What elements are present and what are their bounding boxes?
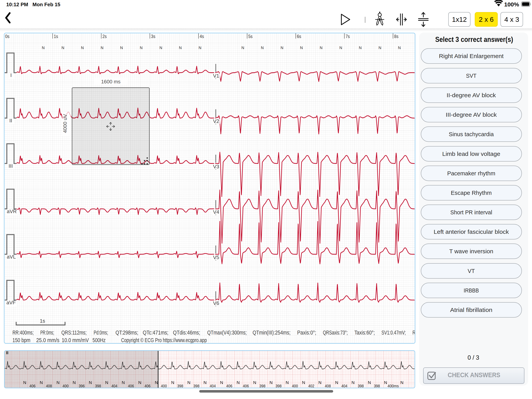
svg-text:Short PR interval: Short PR interval: [450, 209, 492, 215]
svg-text:406: 406: [226, 384, 232, 388]
svg-text:N: N: [379, 45, 381, 50]
svg-text:N: N: [81, 45, 84, 50]
svg-text:Select 3 correct answer(s): Select 3 correct answer(s): [435, 35, 513, 44]
svg-text:3s: 3s: [151, 34, 155, 39]
svg-text:Paxis:0°;: Paxis:0°;: [297, 329, 316, 336]
svg-text:0s: 0s: [5, 34, 10, 39]
svg-text:406: 406: [243, 384, 249, 388]
svg-text:2s: 2s: [102, 34, 107, 39]
svg-text:VT: VT: [468, 268, 475, 274]
svg-text:N: N: [318, 380, 322, 385]
svg-text:N: N: [179, 45, 182, 50]
svg-text:Taxis:60°;: Taxis:60°;: [355, 329, 375, 336]
svg-text:398: 398: [358, 384, 364, 388]
svg-text:N: N: [40, 380, 43, 385]
svg-text:QRSaxis:73°;: QRSaxis:73°;: [323, 329, 348, 336]
svg-text:N: N: [270, 380, 273, 385]
svg-text:QTdis:46ms;: QTdis:46ms;: [173, 329, 200, 336]
svg-text:N: N: [400, 380, 404, 385]
svg-text:I: I: [10, 72, 12, 78]
svg-text:N: N: [281, 45, 283, 50]
svg-text:V2: V2: [213, 118, 219, 124]
svg-text:V4: V4: [213, 209, 219, 215]
svg-text:5s: 5s: [248, 34, 253, 39]
svg-text:N: N: [159, 45, 162, 50]
svg-text:Left anterior fascicular block: Left anterior fascicular block: [434, 229, 509, 235]
svg-text:400: 400: [63, 384, 69, 388]
svg-text:4000 uV: 4000 uV: [62, 114, 68, 133]
svg-text:QTc:471ms;: QTc:471ms;: [143, 329, 168, 336]
svg-text:4s: 4s: [200, 34, 204, 39]
svg-text:398: 398: [95, 384, 101, 388]
svg-text:N: N: [203, 380, 207, 385]
svg-text:aVL: aVL: [7, 254, 16, 260]
svg-text:398: 398: [259, 384, 266, 388]
svg-text:Copyright © ECG Pro https://ww: Copyright © ECG Pro https://www.ecgpro.a…: [121, 337, 207, 343]
svg-text:N: N: [300, 45, 303, 50]
svg-text:N: N: [241, 45, 244, 50]
svg-text:II: II: [6, 350, 8, 355]
svg-text:N: N: [187, 380, 190, 385]
svg-text:SVT: SVT: [466, 73, 476, 79]
svg-text:400: 400: [292, 384, 298, 388]
svg-text:CHECK ANSWERS: CHECK ANSWERS: [448, 371, 500, 379]
svg-text:Right Atrial Enlargement: Right Atrial Enlargement: [439, 53, 504, 59]
svg-text:RR:400ms;: RR:400ms;: [13, 329, 34, 336]
svg-text:N: N: [120, 45, 123, 50]
svg-text:Limb lead low voltage: Limb lead low voltage: [442, 151, 500, 157]
svg-text:N: N: [220, 380, 223, 385]
svg-text:V6: V6: [213, 300, 219, 306]
svg-text:N: N: [320, 45, 323, 50]
svg-text:N: N: [384, 380, 387, 385]
svg-text:N: N: [73, 380, 76, 385]
svg-text:QT:298ms;: QT:298ms;: [115, 329, 138, 336]
svg-text:500Hz: 500Hz: [93, 337, 106, 343]
svg-text:N: N: [261, 45, 264, 50]
svg-text:398: 398: [177, 384, 183, 388]
svg-text:N: N: [351, 380, 355, 385]
svg-text:T wave inversion: T wave inversion: [449, 248, 493, 254]
svg-text:404: 404: [210, 384, 216, 388]
svg-text:406: 406: [128, 384, 134, 388]
svg-text:Pacemaker rhythm: Pacemaker rhythm: [447, 170, 495, 176]
svg-text:406: 406: [145, 384, 151, 388]
svg-text:II: II: [9, 118, 12, 123]
svg-text:398: 398: [374, 384, 380, 388]
svg-text:N: N: [171, 380, 174, 385]
svg-text:1600 ms: 1600 ms: [101, 79, 120, 84]
svg-text:N: N: [138, 380, 141, 385]
svg-text:N: N: [335, 380, 338, 385]
svg-text:408: 408: [325, 384, 331, 388]
svg-text:406: 406: [29, 384, 35, 388]
svg-text:1s: 1s: [54, 34, 58, 39]
svg-text:Sinus tachycardia: Sinus tachycardia: [449, 131, 494, 137]
svg-text:aVF: aVF: [6, 300, 16, 305]
svg-text:III-degree AV block: III-degree AV block: [446, 112, 497, 118]
svg-text:N: N: [140, 45, 143, 50]
svg-text:PR:0ms;: PR:0ms;: [40, 329, 54, 336]
svg-text:N: N: [57, 380, 60, 385]
svg-text:V3: V3: [213, 164, 219, 169]
svg-text:400ms: 400ms: [387, 384, 399, 388]
svg-text:SV1:0.47mV;: SV1:0.47mV;: [381, 329, 406, 336]
svg-text:V1: V1: [213, 73, 219, 79]
svg-text:398: 398: [276, 384, 282, 388]
svg-text:QRS:112ms;: QRS:112ms;: [61, 329, 87, 336]
svg-text:6s: 6s: [297, 34, 301, 39]
svg-text:396: 396: [79, 384, 85, 388]
svg-text:10.0 mm/mV: 10.0 mm/mV: [62, 337, 89, 343]
svg-text:1s: 1s: [40, 318, 45, 324]
svg-text:N: N: [101, 45, 103, 50]
svg-text:400: 400: [161, 384, 167, 388]
svg-text:N: N: [339, 45, 342, 50]
svg-text:N: N: [62, 45, 64, 50]
svg-text:N: N: [359, 45, 362, 50]
svg-text:8s: 8s: [394, 34, 399, 39]
svg-text:N: N: [122, 380, 125, 385]
svg-text:N: N: [286, 380, 289, 385]
svg-text:N: N: [199, 45, 201, 50]
svg-text:N: N: [23, 380, 26, 385]
svg-text:QTmin(III):254ms;: QTmin(III):254ms;: [253, 329, 291, 336]
svg-text:IRBBB: IRBBB: [464, 287, 479, 294]
svg-text:Pd:0ms;: Pd:0ms;: [94, 329, 108, 336]
